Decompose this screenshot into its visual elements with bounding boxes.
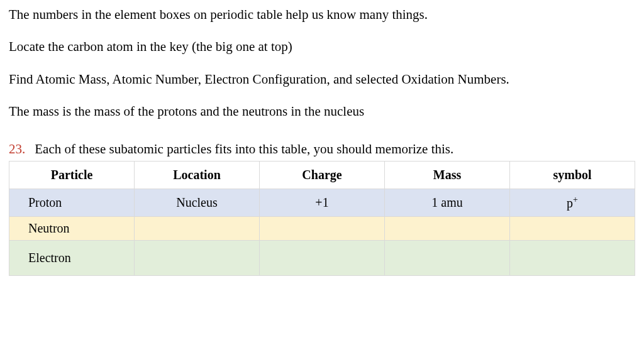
- intro-paragraph-1: The numbers in the element boxes on peri…: [9, 6, 635, 23]
- cell-charge: [260, 241, 385, 276]
- col-header-mass: Mass: [385, 162, 510, 189]
- col-header-location: Location: [135, 162, 260, 189]
- page-content: The numbers in the element boxes on peri…: [0, 0, 644, 276]
- cell-particle: Electron: [9, 241, 135, 276]
- cell-location: [135, 241, 260, 276]
- col-header-particle: Particle: [9, 162, 135, 189]
- cell-mass: 1 amu: [385, 189, 510, 217]
- table-row: Proton Nucleus +1 1 amu p+: [9, 189, 635, 217]
- intro-paragraph-3: Find Atomic Mass, Atomic Number, Electro…: [9, 71, 635, 88]
- cell-mass: [385, 241, 510, 276]
- cell-charge: +1: [260, 189, 385, 217]
- cell-location: Nucleus: [135, 189, 260, 217]
- col-header-symbol: symbol: [510, 162, 635, 189]
- cell-charge: [260, 217, 385, 241]
- symbol-sup: +: [573, 195, 578, 204]
- cell-mass: [385, 217, 510, 241]
- question-text: Each of these subatomic particles fits i…: [35, 141, 453, 156]
- intro-paragraph-2: Locate the carbon atom in the key (the b…: [9, 38, 635, 55]
- table-row: Electron: [9, 241, 635, 276]
- cell-symbol: p+: [510, 189, 635, 217]
- cell-particle: Neutron: [9, 217, 135, 241]
- intro-paragraph-4: The mass is the mass of the protons and …: [9, 103, 635, 120]
- cell-location: [135, 217, 260, 241]
- cell-symbol: [510, 217, 635, 241]
- question-number: 23.: [9, 141, 31, 157]
- cell-symbol: [510, 241, 635, 276]
- table-header-row: Particle Location Charge Mass symbol: [9, 162, 635, 189]
- symbol-base: p: [567, 196, 573, 210]
- particles-table: Particle Location Charge Mass symbol Pro…: [9, 161, 635, 276]
- col-header-charge: Charge: [260, 162, 385, 189]
- cell-particle: Proton: [9, 189, 135, 217]
- table-row: Neutron: [9, 217, 635, 241]
- question-line: 23. Each of these subatomic particles fi…: [9, 141, 635, 157]
